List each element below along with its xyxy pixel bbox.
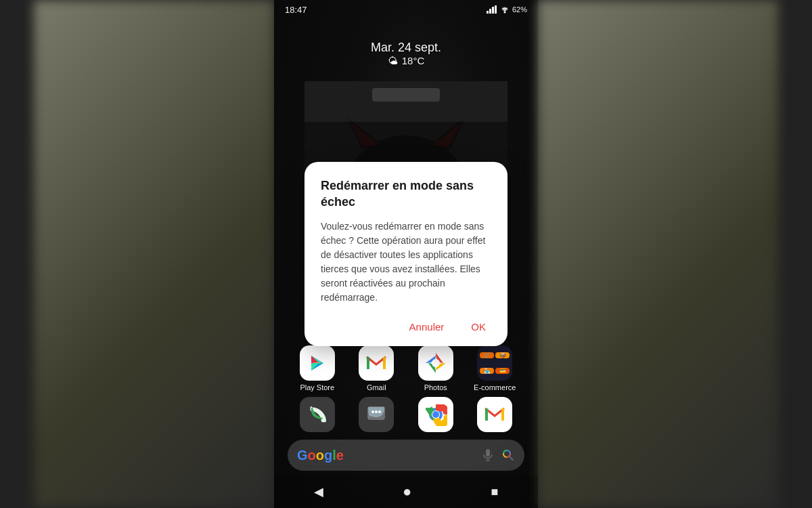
phone-frame: 18:47 62% Mar. 24 sept. 🌤 1 — [274, 0, 538, 508]
dialog-buttons: Annuler OK — [321, 318, 491, 335]
safe-mode-dialog: Redémarrer en mode sans échec Voulez-vou… — [304, 162, 508, 346]
dialog-overlay: Redémarrer en mode sans échec Voulez-vou… — [274, 0, 538, 508]
right-panel — [538, 0, 778, 508]
dialog-title: Redémarrer en mode sans échec — [321, 178, 491, 210]
dialog-body: Voulez-vous redémarrer en mode sans éche… — [321, 219, 491, 305]
ok-button[interactable]: OK — [466, 318, 491, 335]
cancel-button[interactable]: Annuler — [404, 318, 450, 335]
left-panel — [34, 0, 274, 508]
